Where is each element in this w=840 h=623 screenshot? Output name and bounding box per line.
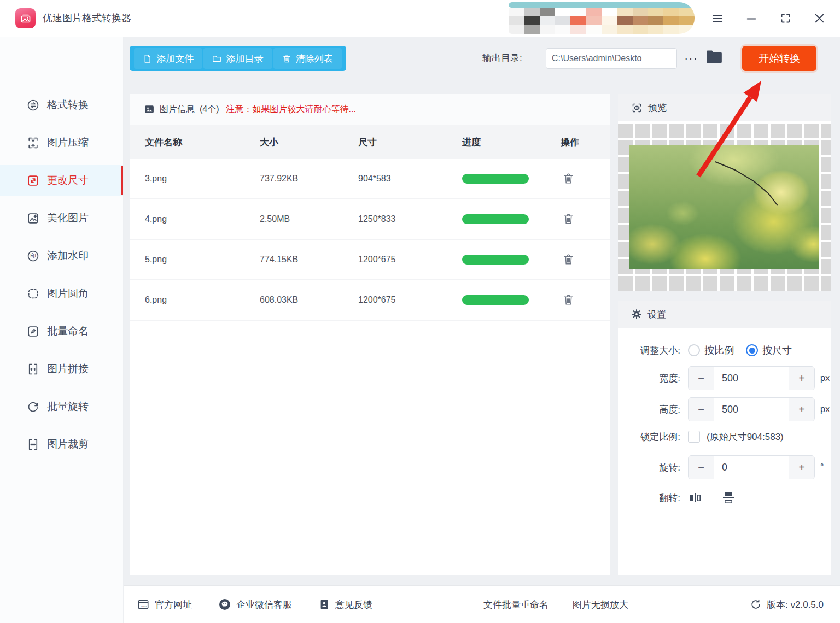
file-name: 6.png xyxy=(145,295,260,305)
sidebar-item-batch-rotate[interactable]: 批量旋转 xyxy=(0,391,123,422)
file-info-notice: 注意：如果图片较大请耐心等待... xyxy=(226,104,356,115)
rotate-stepper: − + xyxy=(688,455,815,479)
rotate-increase-button[interactable]: + xyxy=(789,456,814,479)
batch-file-rename-link[interactable]: 文件批量重命名 xyxy=(483,598,549,611)
height-stepper: − + xyxy=(688,397,815,421)
column-header-actions: 操作 xyxy=(561,136,610,149)
sidebar-item-label: 图片压缩 xyxy=(47,136,89,150)
lock-ratio-checkbox[interactable] xyxy=(688,431,700,443)
batch-rotate-icon xyxy=(26,400,40,414)
maximize-icon[interactable] xyxy=(779,12,792,25)
height-input[interactable] xyxy=(714,398,789,421)
delete-row-icon[interactable] xyxy=(562,293,576,307)
sidebar-item-format-convert[interactable]: 格式转换 xyxy=(0,90,123,120)
minimize-icon[interactable] xyxy=(745,12,758,25)
feedback-link[interactable]: 意见反馈 xyxy=(318,598,372,611)
sidebar-item-label: 美化图片 xyxy=(47,211,89,225)
sidebar-item-beautify[interactable]: 美化图片 xyxy=(0,203,123,233)
progress-bar xyxy=(462,295,529,305)
rotate-input[interactable] xyxy=(714,456,789,479)
table-header: 文件名称 大小 尺寸 进度 操作 xyxy=(130,125,610,159)
resize-mode-label: 调整大小: xyxy=(619,344,680,357)
radio-by-size[interactable]: 按尺寸 xyxy=(746,344,792,357)
svg-text:.com: .com xyxy=(140,604,147,608)
official-site-link[interactable]: .com 官方网址 xyxy=(137,598,192,611)
round-corner-icon xyxy=(26,287,40,301)
progress-bar xyxy=(462,214,529,224)
start-convert-button[interactable]: 开始转换 xyxy=(742,46,816,71)
sidebar-item-stitch[interactable]: 图片拼接 xyxy=(0,354,123,384)
sidebar-item-image-compress[interactable]: 图片压缩 xyxy=(0,127,123,158)
height-increase-button[interactable]: + xyxy=(789,398,814,421)
close-icon[interactable] xyxy=(813,12,826,25)
width-stepper: − + xyxy=(688,366,815,390)
file-size: 737.92KB xyxy=(260,174,358,184)
add-directory-button[interactable]: 添加目录 xyxy=(203,48,272,69)
wechat-service-label: 企业微信客服 xyxy=(236,598,292,611)
delete-row-icon[interactable] xyxy=(562,172,576,186)
browse-more-button[interactable]: ··· xyxy=(682,48,701,69)
column-header-progress: 进度 xyxy=(462,136,561,149)
output-directory-label: 输出目录: xyxy=(482,46,522,71)
width-decrease-button[interactable]: − xyxy=(689,367,714,390)
add-directory-label: 添加目录 xyxy=(226,52,263,65)
sidebar-item-watermark[interactable]: 印添加水印 xyxy=(0,240,123,271)
rotate-decrease-button[interactable]: − xyxy=(689,456,714,479)
height-decrease-button[interactable]: − xyxy=(689,398,714,421)
footer-links-middle: 文件批量重命名 图片无损放大 xyxy=(483,586,628,623)
height-label: 高度: xyxy=(619,403,680,416)
wechat-icon xyxy=(218,598,231,611)
image-info-icon xyxy=(144,104,155,115)
open-folder-button[interactable] xyxy=(706,50,722,64)
flip-vertical-icon[interactable] xyxy=(721,491,736,505)
radio-by-ratio-circle[interactable] xyxy=(688,344,700,356)
sidebar-item-crop[interactable]: 图片裁剪 xyxy=(0,429,123,460)
website-icon: .com xyxy=(137,598,150,610)
progress-bar xyxy=(462,174,529,184)
menu-icon[interactable] xyxy=(711,12,724,25)
lossless-enlarge-link[interactable]: 图片无损放大 xyxy=(573,598,628,611)
add-file-button[interactable]: 添加文件 xyxy=(134,48,202,69)
sidebar-menu: 格式转换图片压缩更改尺寸美化图片印添加水印图片圆角批量命名图片拼接批量旋转图片裁… xyxy=(0,37,123,460)
preview-header: 预览 xyxy=(618,94,831,121)
preview-image xyxy=(629,145,819,269)
radio-by-size-label: 按尺寸 xyxy=(762,344,792,357)
sidebar-item-label: 更改尺寸 xyxy=(47,173,89,187)
preview-eye-icon xyxy=(631,102,643,114)
sidebar-item-resize[interactable]: 更改尺寸 xyxy=(0,165,123,196)
clear-list-button[interactable]: 清除列表 xyxy=(273,48,342,69)
version-info[interactable]: 版本: v2.0.5.0 xyxy=(750,598,824,611)
settings-body: 调整大小: 按比例 按尺寸 宽度: − + px xyxy=(618,328,831,507)
file-dimensions: 1200*675 xyxy=(358,255,462,265)
svg-text:印: 印 xyxy=(30,252,36,259)
table-body: 3.png737.92KB904*583 4.png2.50MB1250*833… xyxy=(130,159,610,321)
flip-horizontal-icon[interactable] xyxy=(688,491,702,505)
version-label: 版本: v2.0.5.0 xyxy=(767,598,824,611)
footer-version: 版本: v2.0.5.0 xyxy=(750,586,824,623)
app-logo-icon xyxy=(15,8,36,28)
file-info-count: (4个) xyxy=(200,104,219,115)
wechat-service-link[interactable]: 企业微信客服 xyxy=(218,598,292,611)
column-header-size: 大小 xyxy=(260,136,358,149)
settings-header: 设置 xyxy=(618,301,831,328)
sidebar-item-round-corner[interactable]: 图片圆角 xyxy=(0,278,123,309)
width-input[interactable] xyxy=(714,367,789,390)
toolbar-button-group: 添加文件 添加目录 清除列表 xyxy=(130,46,346,71)
delete-row-icon[interactable] xyxy=(562,212,576,226)
radio-by-size-circle[interactable] xyxy=(746,344,758,356)
rotate-label: 旋转: xyxy=(619,461,680,474)
sidebar-item-label: 格式转换 xyxy=(47,98,89,112)
official-site-label: 官方网址 xyxy=(155,598,192,611)
output-directory-input[interactable] xyxy=(546,48,677,69)
file-name: 3.png xyxy=(145,174,260,184)
update-refresh-icon xyxy=(750,598,762,610)
app-title: 优速图片格式转换器 xyxy=(43,0,131,37)
clear-list-label: 清除列表 xyxy=(296,52,333,65)
watermark-icon: 印 xyxy=(26,249,40,263)
sidebar-item-batch-rename[interactable]: 批量命名 xyxy=(0,316,123,346)
delete-row-icon[interactable] xyxy=(562,252,576,267)
width-increase-button[interactable]: + xyxy=(789,367,814,390)
radio-by-ratio[interactable]: 按比例 xyxy=(688,344,734,357)
width-unit: px xyxy=(820,373,830,383)
titlebar: 优速图片格式转换器 xyxy=(0,0,840,37)
